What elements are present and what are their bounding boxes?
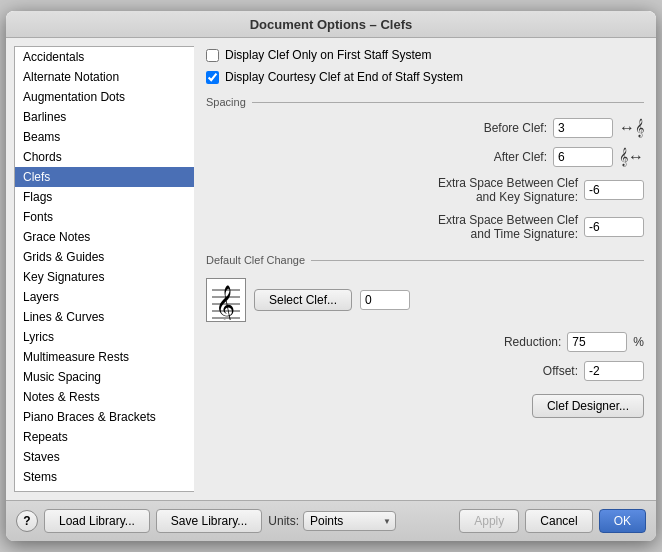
extra-key-sig-input[interactable] xyxy=(584,180,644,200)
reduction-input[interactable] xyxy=(567,332,627,352)
checkbox2-row: Display Courtesy Clef at End of Staff Sy… xyxy=(206,70,644,84)
sidebar-item[interactable]: Layers xyxy=(15,287,194,307)
content-area: Display Clef Only on First Staff System … xyxy=(194,38,656,500)
display-courtesy-clef-checkbox[interactable] xyxy=(206,71,219,84)
units-dropdown[interactable]: PointsInchesCentimetersMillimeters xyxy=(303,511,396,531)
clef-preview: 𝄞 xyxy=(206,278,246,322)
clef-value-input[interactable] xyxy=(360,290,410,310)
sidebar-item[interactable]: Key Signatures xyxy=(15,267,194,287)
sidebar-item[interactable]: Piano Braces & Brackets xyxy=(15,407,194,427)
before-clef-row: Before Clef: ↔𝄞 xyxy=(206,118,644,138)
save-library-button[interactable]: Save Library... xyxy=(156,509,262,533)
ok-button[interactable]: OK xyxy=(599,509,646,533)
svg-text:𝄞: 𝄞 xyxy=(215,285,235,320)
default-clef-header: Default Clef Change xyxy=(206,254,644,266)
units-label: Units: xyxy=(268,514,299,528)
clef-divider xyxy=(311,260,644,261)
sidebar-item[interactable]: Lines & Curves xyxy=(15,307,194,327)
before-clef-label: Before Clef: xyxy=(387,121,547,135)
display-courtesy-clef-label: Display Courtesy Clef at End of Staff Sy… xyxy=(225,70,463,84)
offset-input[interactable] xyxy=(584,361,644,381)
extra-time-sig-input[interactable] xyxy=(584,217,644,237)
sidebar-item[interactable]: Repeats xyxy=(15,427,194,447)
cancel-button[interactable]: Cancel xyxy=(525,509,592,533)
sidebar-item[interactable]: Fonts xyxy=(15,207,194,227)
clef-designer-button[interactable]: Clef Designer... xyxy=(532,394,644,418)
sidebar-item[interactable]: Chords xyxy=(15,147,194,167)
title-bar: Document Options – Clefs xyxy=(6,11,656,38)
before-clef-icon: ↔𝄞 xyxy=(619,119,644,137)
reduction-row: Reduction: % xyxy=(206,332,644,352)
sidebar-item[interactable]: Text xyxy=(15,487,194,492)
display-first-staff-checkbox[interactable] xyxy=(206,49,219,62)
sidebar-item[interactable]: Multimeasure Rests xyxy=(15,347,194,367)
load-library-button[interactable]: Load Library... xyxy=(44,509,150,533)
main-window: Document Options – Clefs AccidentalsAlte… xyxy=(6,11,656,541)
sidebar-item[interactable]: Augmentation Dots xyxy=(15,87,194,107)
sidebar-item[interactable]: Alternate Notation xyxy=(15,67,194,87)
sidebar: AccidentalsAlternate NotationAugmentatio… xyxy=(14,46,194,492)
offset-label: Offset: xyxy=(418,364,578,378)
sidebar-item[interactable]: Barlines xyxy=(15,107,194,127)
sidebar-item[interactable]: Stems xyxy=(15,467,194,487)
units-section: Units: PointsInchesCentimetersMillimeter… xyxy=(268,511,396,531)
after-clef-icon: 𝄞↔ xyxy=(619,148,644,166)
spacing-divider xyxy=(252,102,644,103)
clef-designer-row: Clef Designer... xyxy=(206,394,644,418)
extra-time-sig-label: Extra Space Between Clef and Time Signat… xyxy=(418,213,578,241)
window-title: Document Options – Clefs xyxy=(250,17,413,32)
apply-button[interactable]: Apply xyxy=(459,509,519,533)
extra-time-sig-row: Extra Space Between Clef and Time Signat… xyxy=(206,213,644,241)
clef-change-row: 𝄞 Select Clef... xyxy=(206,278,644,322)
spacing-header: Spacing xyxy=(206,96,644,108)
sidebar-item[interactable]: Grace Notes xyxy=(15,227,194,247)
sidebar-item[interactable]: Lyrics xyxy=(15,327,194,347)
reduction-label: Reduction: xyxy=(401,335,561,349)
before-clef-input[interactable] xyxy=(553,118,613,138)
sidebar-item[interactable]: Beams xyxy=(15,127,194,147)
select-clef-button[interactable]: Select Clef... xyxy=(254,289,352,311)
offset-row: Offset: xyxy=(206,361,644,381)
sidebar-item[interactable]: Staves xyxy=(15,447,194,467)
sidebar-item[interactable]: Clefs xyxy=(15,167,194,187)
sidebar-item[interactable]: Music Spacing xyxy=(15,367,194,387)
sidebar-item[interactable]: Grids & Guides xyxy=(15,247,194,267)
main-content: AccidentalsAlternate NotationAugmentatio… xyxy=(6,38,656,500)
sidebar-item[interactable]: Notes & Rests xyxy=(15,387,194,407)
sidebar-item[interactable]: Accidentals xyxy=(15,47,194,67)
display-first-staff-label: Display Clef Only on First Staff System xyxy=(225,48,432,62)
bottom-bar: ? Load Library... Save Library... Units:… xyxy=(6,500,656,541)
sidebar-item[interactable]: Flags xyxy=(15,187,194,207)
help-button[interactable]: ? xyxy=(16,510,38,532)
checkbox1-row: Display Clef Only on First Staff System xyxy=(206,48,644,62)
after-clef-label: After Clef: xyxy=(387,150,547,164)
extra-key-sig-row: Extra Space Between Clef and Key Signatu… xyxy=(206,176,644,204)
after-clef-input[interactable] xyxy=(553,147,613,167)
after-clef-row: After Clef: 𝄞↔ xyxy=(206,147,644,167)
extra-key-sig-label: Extra Space Between Clef and Key Signatu… xyxy=(418,176,578,204)
units-wrapper: PointsInchesCentimetersMillimeters xyxy=(303,511,396,531)
percent-symbol: % xyxy=(633,335,644,349)
clef-svg: 𝄞 xyxy=(210,280,242,320)
